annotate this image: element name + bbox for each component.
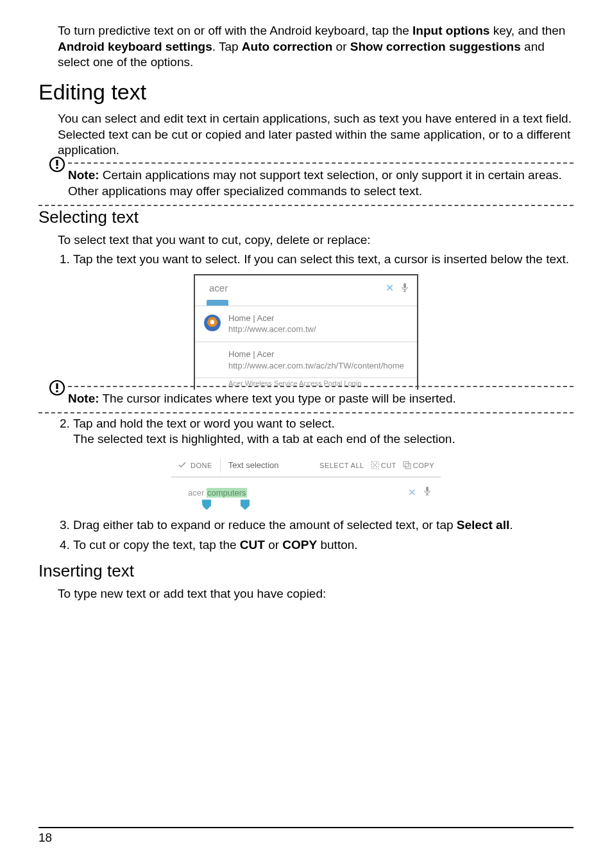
check-icon (178, 460, 187, 471)
t: . (509, 518, 513, 532)
svg-rect-12 (426, 487, 429, 492)
suggestion-label: Home | Acer http://www.acer.com.tw/ac/zh… (228, 349, 404, 371)
heading-selecting-text: Selecting text (38, 207, 574, 227)
page-footer: 18 (38, 827, 574, 845)
editing-body: You can select and edit text in certain … (58, 111, 574, 159)
figure-search-suggestions: acer ✕ Home | Acer http://www.acer.com.t… (194, 274, 418, 390)
svg-rect-11 (405, 464, 411, 469)
selection-handles (171, 501, 441, 514)
steps-list-3: Drag either tab to expand or reduce the … (58, 517, 574, 553)
step-text: Tap and hold the text or word you want t… (73, 417, 335, 430)
svg-point-2 (56, 167, 58, 169)
sugg-title: Home | Acer (228, 313, 274, 323)
sugg-url: http://www.acer.com.tw/ac/zh/TW/content/… (228, 361, 404, 370)
note-label: Note: (68, 392, 99, 405)
note-text: Note: Certain applications may not suppo… (68, 168, 574, 199)
t: Select all (457, 518, 509, 532)
svg-rect-7 (56, 383, 58, 389)
t: Show correction suggestions (350, 40, 521, 53)
tab-strip (195, 300, 417, 306)
clear-icon: ✕ (386, 282, 394, 294)
t: button. (317, 538, 357, 551)
handle-right (241, 499, 250, 510)
step-4: To cut or copy the text, tap the CUT or … (73, 537, 574, 553)
note-label: Note: (68, 168, 99, 182)
intro-paragraph: To turn predictive text on or off with t… (58, 23, 574, 71)
note-block-1: Note: Certain applications may not suppo… (38, 168, 574, 199)
dash (68, 386, 574, 387)
t: Drag either tab to expand or reduce the … (73, 518, 457, 532)
info-icon (49, 379, 65, 399)
handle-left (202, 499, 211, 510)
steps-list-1: Tap the text you want to select. If you … (58, 252, 574, 268)
copy-button: COPY (403, 461, 434, 469)
svg-point-8 (56, 390, 58, 393)
dash (38, 412, 574, 413)
suggestion-2: Home | Acer http://www.acer.com.tw/ac/zh… (195, 342, 417, 378)
t: or (265, 538, 282, 551)
t: key, and then (489, 24, 565, 37)
select-all-button: SELECT ALL (319, 462, 364, 469)
search-bar: acer ✕ (195, 275, 417, 300)
sugg-title: Home | Acer (228, 349, 274, 359)
dash (68, 162, 574, 164)
heading-inserting-text: Inserting text (38, 561, 574, 581)
selection-row: acer computers ✕ (171, 477, 441, 501)
t: Input options (412, 24, 489, 37)
separator (220, 458, 221, 473)
lbl: COPY (413, 462, 434, 469)
t: Android keyboard settings (58, 40, 212, 53)
sugg-url: http://www.acer.com.tw/ (228, 324, 316, 334)
t: . Tap (212, 40, 242, 53)
figure-text-selection: DONE Text selection SELECT ALL CUT COPY … (171, 454, 441, 514)
t: To turn predictive text on or off with t… (58, 24, 412, 37)
mic-icon (424, 487, 430, 498)
lbl: CUT (381, 462, 396, 469)
t: Auto correction (242, 40, 332, 53)
globe-icon (204, 315, 221, 331)
mic-icon (402, 283, 408, 292)
step-text: Tap the text you want to select. If you … (73, 252, 569, 266)
note-body: The cursor indicates where text you type… (99, 392, 456, 405)
dash (38, 205, 574, 206)
steps-list-2: Tap and hold the text or word you want t… (58, 416, 574, 447)
suggestion-1: Home | Acer http://www.acer.com.tw/ (195, 306, 417, 342)
step-2: Tap and hold the text or word you want t… (73, 416, 574, 447)
step-3: Drag either tab to expand or reduce the … (73, 517, 574, 534)
step-1: Tap the text you want to select. If you … (73, 252, 574, 268)
t: CUT (240, 538, 265, 551)
suggestion-label: Home | Acer http://www.acer.com.tw/ (228, 313, 316, 335)
search-term: acer (209, 282, 386, 293)
suggestion-3-partial: Acer Wireless Service Access Portal Logi… (195, 378, 417, 390)
heading-editing-text: Editing text (38, 80, 574, 105)
highlighted: computers (207, 488, 247, 498)
selecting-intro: To select text that you want to cut, cop… (58, 232, 574, 248)
step-text-cont: The selected text is highlighted, with a… (73, 431, 574, 447)
cut-button: CUT (371, 461, 396, 469)
t: To cut or copy the text, tap the (73, 538, 240, 551)
inserting-body: To type new text or add text that you ha… (58, 586, 574, 602)
selection-title: Text selection (228, 460, 319, 470)
svg-rect-1 (56, 160, 58, 166)
page-number: 18 (38, 831, 52, 844)
t: or (332, 40, 350, 53)
info-icon (49, 156, 65, 175)
selection-topbar: DONE Text selection SELECT ALL CUT COPY (171, 454, 441, 477)
note-block-2: Note: The cursor indicates where text yo… (38, 391, 574, 407)
plain: acer (188, 488, 207, 498)
svg-rect-10 (404, 462, 409, 467)
note-body: Certain applications may not support tex… (68, 168, 562, 198)
clear-icon: ✕ (408, 487, 416, 498)
note-text: Note: The cursor indicates where text yo… (68, 391, 574, 407)
svg-rect-3 (404, 283, 406, 288)
lbl: SELECT ALL (319, 462, 364, 469)
done-button: DONE (191, 462, 212, 469)
blank-icon (204, 349, 221, 365)
selection-text: acer computers (188, 488, 408, 498)
t: COPY (282, 538, 317, 551)
